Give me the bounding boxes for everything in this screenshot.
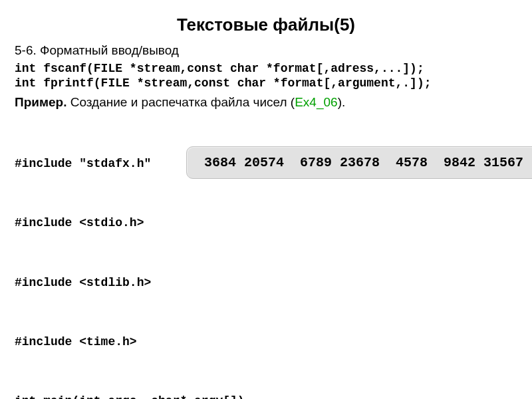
example-text-before: Создание и распечатка файла чисел ( bbox=[66, 95, 295, 109]
slide-title: Текстовые файлы(5) bbox=[15, 15, 517, 35]
code-line: int main(int argc, char* argv[]) bbox=[15, 392, 517, 399]
example-text-after: ). bbox=[338, 95, 346, 109]
code-line: #include <stdlib.h> bbox=[15, 273, 517, 293]
prototype-fprintf: int fprintf(FILE *stream,const char *for… bbox=[15, 76, 517, 90]
prototype-fscanf: int fscanf(FILE *stream,const char *form… bbox=[15, 62, 517, 75]
code-line: #include <time.h> bbox=[15, 332, 517, 352]
example-caption: Пример. Создание и распечатка файла чисе… bbox=[15, 95, 517, 110]
code-line: #include <stdio.h> bbox=[15, 213, 517, 233]
section-subhead: 5-6. Форматный ввод/вывод bbox=[15, 43, 517, 58]
example-link: Ex4_06 bbox=[295, 95, 337, 109]
program-output: 3684 20574 6789 23678 4578 9842 31567 bbox=[186, 146, 532, 179]
example-label: Пример. bbox=[15, 95, 66, 109]
slide-content: Текстовые файлы(5) 5-6. Форматный ввод/в… bbox=[0, 0, 532, 399]
